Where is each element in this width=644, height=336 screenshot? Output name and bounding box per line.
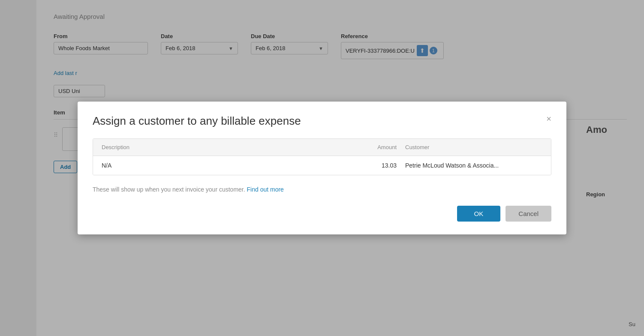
modal-close-button[interactable]: ×: [546, 114, 551, 123]
assign-customer-modal: Assign a customer to any billable expens…: [78, 102, 566, 234]
modal-info-text: These will show up when you next invoice…: [93, 186, 551, 193]
modal-table: Description Amount Customer N/A 13.03 Pe…: [93, 138, 551, 175]
row-description: N/A: [102, 162, 345, 169]
description-column-header: Description: [102, 144, 345, 150]
modal-header: Assign a customer to any billable expens…: [93, 114, 551, 128]
modal-footer: OK Cancel: [93, 206, 551, 222]
cancel-button[interactable]: Cancel: [506, 206, 551, 222]
modal-table-header: Description Amount Customer: [93, 139, 551, 156]
ok-button[interactable]: OK: [457, 206, 501, 222]
table-row: N/A 13.03 Petrie McLoud Watson & Associa…: [93, 156, 551, 175]
find-out-more-link[interactable]: Find out more: [247, 186, 284, 193]
row-customer[interactable]: Petrie McLoud Watson & Associa...: [397, 162, 542, 169]
modal-title: Assign a customer to any billable expens…: [93, 114, 301, 128]
info-text-content: These will show up when you next invoice…: [93, 186, 245, 193]
customer-column-header: Customer: [397, 144, 542, 150]
amount-column-header: Amount: [345, 144, 397, 150]
row-amount: 13.03: [345, 162, 397, 169]
